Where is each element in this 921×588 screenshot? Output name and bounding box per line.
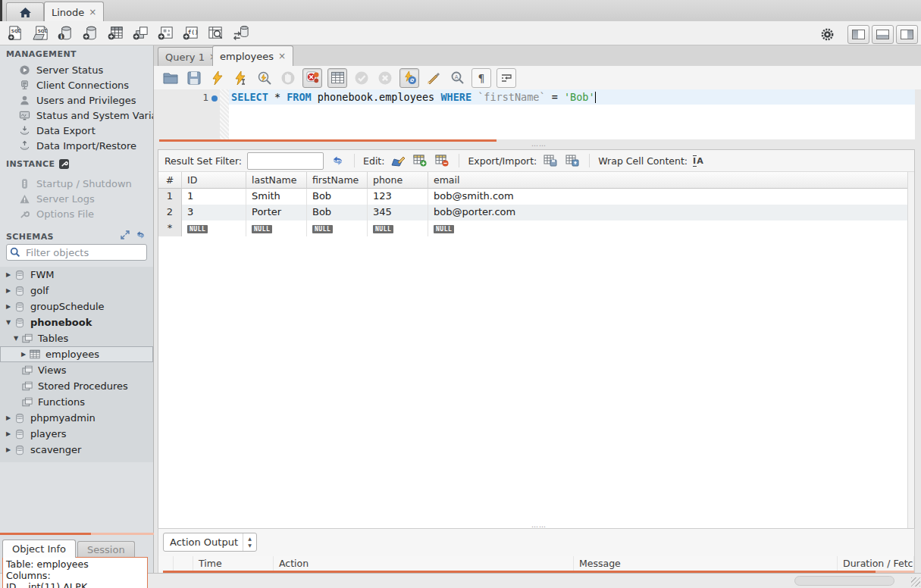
- home-tab[interactable]: [6, 2, 44, 22]
- tab-employees[interactable]: employees ×: [212, 45, 293, 66]
- column-header-phone[interactable]: phone: [368, 172, 428, 189]
- chevron-down-icon[interactable]: ▼: [4, 319, 13, 326]
- splitter-handle[interactable]: ⋯⋯: [531, 142, 547, 149]
- refresh-results-icon[interactable]: [329, 153, 346, 168]
- toggle-autocommit-button[interactable]: [399, 68, 419, 88]
- column-header-lastname[interactable]: lastName: [246, 172, 307, 189]
- column-header-id[interactable]: ID: [182, 172, 246, 189]
- tree-node-tables[interactable]: ▼Tables: [0, 330, 153, 346]
- chevron-right-icon[interactable]: ▶: [4, 414, 13, 421]
- tab-object-info[interactable]: Object Info: [2, 540, 76, 558]
- grid-cell[interactable]: Bob: [307, 189, 368, 205]
- sidebar-item-client-connections[interactable]: Client Connections: [0, 77, 153, 92]
- result-vertical-scrollbar[interactable]: [907, 172, 914, 547]
- sidebar-item-server-status[interactable]: Server Status: [0, 62, 153, 77]
- chevron-right-icon[interactable]: ▶: [4, 287, 13, 294]
- toggle-limit-rows-button[interactable]: [327, 68, 347, 88]
- result-filter-input[interactable]: [247, 152, 324, 170]
- sidebar-item-server-logs[interactable]: Server Logs: [0, 191, 153, 206]
- sidebar-item-users-and-privileges[interactable]: Users and Privileges: [0, 92, 153, 108]
- import-recordset-icon[interactable]: [564, 153, 581, 168]
- toggle-left-sidebar-button[interactable]: [847, 25, 869, 44]
- reconnect-dbms-button[interactable]: [230, 23, 251, 43]
- execute-current-statement-button[interactable]: [232, 69, 250, 87]
- commit-button[interactable]: [352, 69, 371, 87]
- chevron-right-icon[interactable]: ▶: [4, 303, 13, 310]
- close-icon[interactable]: ×: [89, 8, 96, 17]
- create-table-button[interactable]: [105, 23, 126, 43]
- schema-filter-input[interactable]: [24, 246, 156, 259]
- find-panel-button[interactable]: A: [448, 69, 466, 87]
- grid-cell[interactable]: bob@porter.com: [428, 205, 908, 220]
- tree-node-employees[interactable]: ▶employees: [0, 346, 153, 362]
- tree-node-players[interactable]: ▶players: [0, 426, 153, 442]
- sidebar-item-data-import-restore[interactable]: Data Import/Restore: [0, 138, 153, 153]
- column-header-firstname[interactable]: firstName: [307, 172, 368, 189]
- grid-cell[interactable]: 3: [182, 205, 246, 220]
- grid-cell[interactable]: Porter: [246, 205, 307, 220]
- tree-node-views[interactable]: Views: [0, 362, 153, 378]
- grid-cell[interactable]: 1: [182, 189, 246, 205]
- create-procedure-button[interactable]: [155, 23, 176, 43]
- edit-cell-icon[interactable]: [390, 153, 406, 168]
- open-file-button[interactable]: [161, 69, 180, 87]
- toggle-word-wrap-button[interactable]: [497, 68, 516, 88]
- chevron-right-icon[interactable]: ▶: [4, 446, 13, 453]
- rollback-button[interactable]: [376, 69, 394, 87]
- column-header-[interactable]: #: [158, 172, 182, 189]
- editor-splitter-accent[interactable]: [159, 139, 497, 142]
- expand-panel-icon[interactable]: [121, 230, 130, 239]
- execute-query-button[interactable]: [208, 69, 227, 87]
- connection-tab[interactable]: Linode ×: [44, 2, 104, 22]
- tree-node-stored-procedures[interactable]: Stored Procedures: [0, 378, 153, 394]
- export-recordset-icon[interactable]: [542, 153, 559, 168]
- grid-cell[interactable]: NULL: [182, 220, 246, 236]
- toggle-stop-on-error-button[interactable]: [302, 68, 322, 88]
- grid-cell[interactable]: Smith: [246, 189, 307, 205]
- delete-row-icon[interactable]: [434, 153, 450, 168]
- create-schema-button[interactable]: [80, 23, 101, 43]
- toggle-right-sidebar-button[interactable]: [896, 25, 918, 44]
- grid-cell[interactable]: NULL: [428, 220, 908, 236]
- tree-node-scavenger[interactable]: ▶scavenger: [0, 442, 153, 458]
- column-header-email[interactable]: email: [428, 172, 908, 189]
- horizontal-scrollbar-thumb[interactable]: [794, 576, 894, 586]
- create-view-button[interactable]: [130, 23, 151, 43]
- output-selector[interactable]: Action Output ▲▼: [163, 533, 257, 552]
- toggle-bottom-panel-button[interactable]: [872, 25, 894, 44]
- refresh-schemas-icon[interactable]: [136, 230, 146, 239]
- grid-cell[interactable]: 123: [368, 189, 428, 205]
- beautify-script-button[interactable]: [424, 69, 443, 87]
- tab-session[interactable]: Session: [77, 541, 135, 558]
- tree-node-golf[interactable]: ▶golf: [0, 283, 153, 299]
- explain-query-button[interactable]: [255, 69, 274, 87]
- chevron-right-icon[interactable]: ▶: [4, 430, 13, 437]
- selector-spinner-icon[interactable]: ▲▼: [243, 533, 256, 551]
- sidebar-item-options-file[interactable]: Options File: [0, 206, 153, 221]
- new-query-tab-button[interactable]: SQL: [5, 23, 26, 43]
- stop-query-button[interactable]: [279, 69, 297, 87]
- grid-cell[interactable]: NULL: [307, 220, 368, 236]
- chevron-right-icon[interactable]: ▶: [19, 351, 28, 358]
- grid-cell[interactable]: NULL: [246, 220, 307, 236]
- search-table-data-button[interactable]: [205, 23, 226, 43]
- create-function-button[interactable]: f(): [180, 23, 201, 43]
- sidebar-splitter-accent[interactable]: [0, 533, 91, 535]
- sql-editor[interactable]: 1 SELECT * FROM phonebook.employees WHER…: [154, 89, 915, 139]
- schema-inspector-button[interactable]: i: [55, 23, 76, 43]
- chevron-down-icon[interactable]: ▼: [11, 335, 20, 342]
- wrap-cell-content-icon[interactable]: IA: [693, 156, 704, 166]
- tree-node-fwm[interactable]: ▶FWM: [0, 267, 153, 283]
- grid-cell[interactable]: 345: [368, 205, 428, 220]
- tree-node-functions[interactable]: Functions: [0, 394, 153, 410]
- sidebar-item-data-export[interactable]: Data Export: [0, 123, 153, 138]
- save-script-button[interactable]: [185, 69, 203, 87]
- sidebar-item-startup-shutdown[interactable]: Startup / Shutdown: [0, 176, 153, 191]
- open-sql-script-button[interactable]: SQL: [30, 23, 51, 43]
- tree-node-phonebook[interactable]: ▼phonebook: [0, 314, 153, 330]
- tree-node-groupschedule[interactable]: ▶groupSchedule: [0, 299, 153, 314]
- grid-cell[interactable]: NULL: [368, 220, 428, 236]
- grid-cell[interactable]: Bob: [307, 205, 368, 220]
- preferences-gear-icon[interactable]: [816, 24, 838, 44]
- resize-grip[interactable]: [911, 577, 920, 586]
